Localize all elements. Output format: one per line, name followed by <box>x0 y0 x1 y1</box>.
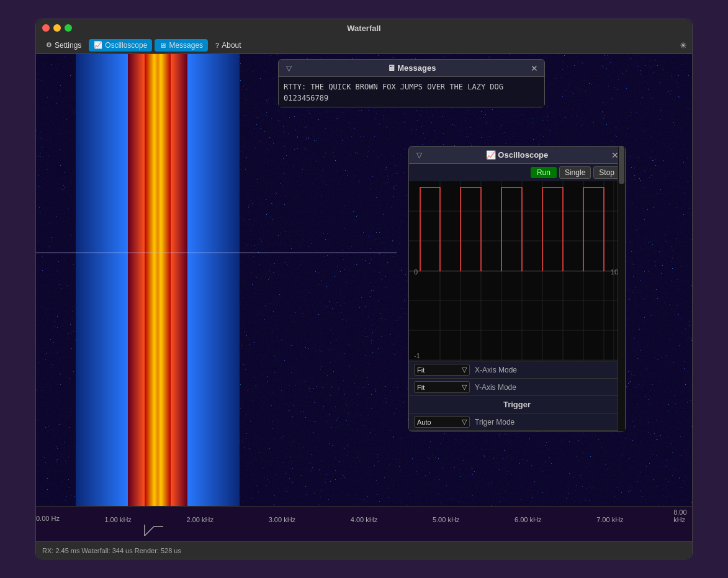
y-axis-dropdown-icon: ▽ <box>462 383 467 391</box>
freq-label-5: 5.00 kHz <box>433 516 459 523</box>
messages-panel: ▽ 🖥 Messages ✕ RTTY: THE QUICK BROWN FOX… <box>278 59 545 107</box>
oscilloscope-title: 📈 Oscilloscope <box>424 150 610 160</box>
messages-close-button[interactable]: ✕ <box>529 63 539 73</box>
settings-icon: ⚙ <box>46 41 52 49</box>
freq-label-2: 2.00 kHz <box>187 516 213 523</box>
svg-line-21 <box>145 526 154 536</box>
messages-text: RTTY: THE QUICK BROWN FOX JUMPS OVER THE… <box>284 83 503 102</box>
menu-about[interactable]: ? About <box>210 39 246 52</box>
x-axis-row: Fit ▽ X-Axis Mode <box>409 361 625 379</box>
messages-content: RTTY: THE QUICK BROWN FOX JUMPS OVER THE… <box>279 77 544 107</box>
statusbar: RX: 2.45 ms Waterfall: 344 us Render: 52… <box>36 541 692 559</box>
messages-minimize-icon[interactable]: ▽ <box>284 64 294 73</box>
run-button[interactable]: Run <box>531 167 557 178</box>
osc-minimize-icon[interactable]: ▽ <box>414 151 424 160</box>
y-axis-label: Y-Axis Mode <box>475 383 620 392</box>
oscilloscope-titlebar: ▽ 📈 Oscilloscope ✕ <box>409 147 625 164</box>
messages-titlebar: ▽ 🖥 Messages ✕ <box>279 60 544 77</box>
y-axis-row: Fit ▽ Y-Axis Mode <box>409 379 625 396</box>
freq-label-0: 0.00 Hz <box>36 515 60 522</box>
minimize-button[interactable] <box>53 24 61 32</box>
svg-text:-1: -1 <box>414 352 420 359</box>
menu-settings-label: Settings <box>55 41 81 50</box>
osc-title-icon: 📈 <box>486 150 498 160</box>
freq-label-3: 3.00 kHz <box>269 516 295 523</box>
menu-oscilloscope-label: Oscilloscope <box>105 41 147 50</box>
freq-label-4: 4.00 kHz <box>351 516 377 523</box>
trigger-mode-row: Auto ▽ Triger Mode <box>409 413 625 431</box>
stop-button[interactable]: Stop <box>593 166 620 179</box>
svg-text:0: 0 <box>414 268 418 276</box>
cursor-triangle <box>132 523 169 541</box>
freq-label-1: 1.00 kHz <box>104 516 131 523</box>
menu-oscilloscope[interactable]: 📈 Oscilloscope <box>89 39 152 52</box>
freq-labels-container: 0.00 Hz 1.00 kHz 2.00 kHz 3.00 kHz 4.00 … <box>36 507 692 523</box>
messages-title-icon: 🖥 <box>387 63 398 73</box>
frequency-axis: 0.00 Hz 1.00 kHz 2.00 kHz 3.00 kHz 4.00 … <box>36 506 692 523</box>
close-button[interactable] <box>42 24 50 32</box>
freq-label-7: 7.00 kHz <box>596 516 623 523</box>
trigger-mode-label: Triger Mode <box>475 418 620 427</box>
menu-settings[interactable]: ⚙ Settings <box>41 39 86 52</box>
trigger-mode-select[interactable]: Auto ▽ <box>414 416 470 428</box>
titlebar: Waterfall <box>36 19 692 37</box>
osc-scrollbar[interactable] <box>618 147 625 431</box>
maximize-button[interactable] <box>65 24 72 32</box>
menu-about-label: About <box>222 41 241 50</box>
about-icon: ? <box>215 42 219 49</box>
menu-messages-label: Messages <box>169 41 203 50</box>
trigger-section-title: Trigger <box>409 396 625 413</box>
osc-settings: Fit ▽ X-Axis Mode Fit ▽ Y-Axis Mode Trig… <box>409 361 625 431</box>
trigger-mode-dropdown-icon: ▽ <box>462 418 467 426</box>
window-title: Waterfall <box>347 24 380 33</box>
freq-label-8: 8.00 kHz <box>673 508 686 523</box>
osc-scrollbar-thumb[interactable] <box>619 147 624 184</box>
menu-extra-icon[interactable]: ✳ <box>680 40 687 50</box>
traffic-lights <box>42 24 72 32</box>
x-axis-select[interactable]: Fit ▽ <box>414 364 470 376</box>
x-axis-dropdown-icon: ▽ <box>462 366 467 374</box>
osc-svg: 0 10 -1 <box>409 181 625 361</box>
main-window: Waterfall ⚙ Settings 📈 Oscilloscope 🖥 Me… <box>35 19 693 559</box>
freq-label-6: 6.00 kHz <box>515 516 541 523</box>
main-content: ▽ 🖥 Messages ✕ RTTY: THE QUICK BROWN FOX… <box>36 54 692 559</box>
y-axis-value: Fit <box>417 384 425 391</box>
oscilloscope-panel: ▽ 📈 Oscilloscope ✕ Run Single Stop <box>408 146 626 431</box>
osc-control-bar: Run Single Stop <box>409 164 625 181</box>
single-button[interactable]: Single <box>559 166 591 179</box>
menu-messages[interactable]: 🖥 Messages <box>155 39 208 52</box>
messages-title: 🖥 Messages <box>294 63 529 73</box>
status-text: RX: 2.45 ms Waterfall: 344 us Render: 52… <box>42 547 181 554</box>
y-axis-select[interactable]: Fit ▽ <box>414 381 470 393</box>
x-axis-label: X-Axis Mode <box>475 366 620 374</box>
trigger-mode-value: Auto <box>417 418 431 426</box>
messages-icon: 🖥 <box>160 42 166 49</box>
oscilloscope-graph: 0 10 -1 <box>409 181 625 361</box>
oscilloscope-icon: 📈 <box>94 41 102 49</box>
x-axis-value: Fit <box>417 366 425 374</box>
cursor-area <box>36 523 692 541</box>
menubar: ⚙ Settings 📈 Oscilloscope 🖥 Messages ? A… <box>36 37 692 54</box>
